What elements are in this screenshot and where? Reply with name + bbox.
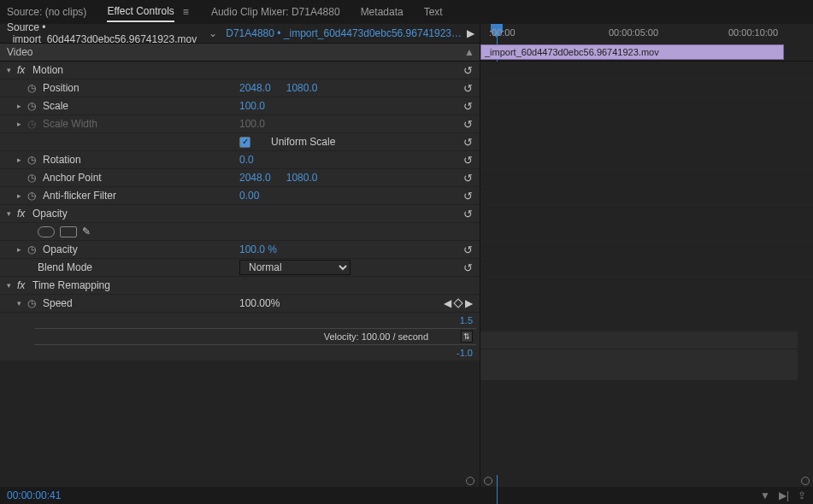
prev-keyframe-icon[interactable]: ◀ xyxy=(444,297,451,309)
uniform-scale-row: ✓ Uniform Scale ↺ xyxy=(0,133,480,151)
twirl-icon[interactable]: ▾ xyxy=(7,281,17,290)
position-y-value[interactable]: 1080.0 xyxy=(286,82,318,94)
twirl-icon[interactable]: ▾ xyxy=(17,299,27,308)
reset-icon[interactable]: ↺ xyxy=(463,64,473,77)
timecode-display[interactable]: 00:00:00:41 xyxy=(7,489,61,501)
fx-badge-icon[interactable]: fx xyxy=(17,208,32,220)
tab-source[interactable]: Source: (no clips) xyxy=(7,3,86,21)
reset-icon[interactable]: ↺ xyxy=(463,190,473,202)
reset-icon[interactable]: ↺ xyxy=(463,154,473,167)
twirl-icon[interactable]: ▾ xyxy=(7,209,17,218)
rotation-label: Rotation xyxy=(43,154,81,166)
scale-width-value: 100.0 xyxy=(239,118,265,130)
tab-metadata[interactable]: Metadata xyxy=(361,3,404,21)
video-section-header[interactable]: Video ▲ xyxy=(0,43,480,62)
motion-label: Motion xyxy=(32,64,63,76)
speed-label: Speed xyxy=(43,297,73,309)
velocity-toggle-icon[interactable]: ⇅ xyxy=(461,331,473,343)
zoom-knob-left-icon[interactable] xyxy=(484,477,492,485)
effect-controls-panel: Source • _import_60d4473d0ebc56.96741923… xyxy=(0,24,480,487)
zoom-knob-right-icon[interactable] xyxy=(801,477,810,485)
filter-icon[interactable]: ▼ xyxy=(760,489,770,501)
rotation-row: ▸ ◷ Rotation 0.0 ↺ xyxy=(0,151,480,169)
tab-effect-controls[interactable]: Effect Controls xyxy=(107,2,174,22)
export-icon[interactable]: ⇪ xyxy=(798,489,806,501)
anchor-y-value[interactable]: 1080.0 xyxy=(286,172,318,184)
speed-row: ▾ ◷ Speed 100.00% ◀ ▶ xyxy=(0,295,480,313)
next-keyframe-icon[interactable]: ▶ xyxy=(465,297,473,309)
ruler-tick: 00:00:05:00 xyxy=(609,27,658,38)
close-icon[interactable]: ⌄ xyxy=(209,27,217,39)
scale-width-label: Scale Width xyxy=(43,118,97,130)
motion-section[interactable]: ▾ fx Motion ↺ xyxy=(0,62,480,79)
tab-text[interactable]: Text xyxy=(424,3,443,21)
source-clip-name: Source • _import_60d4473d0ebc56.96741923… xyxy=(7,21,200,45)
twirl-icon[interactable]: ▸ xyxy=(17,120,27,128)
position-x-value[interactable]: 2048.0 xyxy=(239,82,271,94)
keyframe-area[interactable] xyxy=(480,62,813,475)
velocity-text: Velocity: 100.00 / second xyxy=(324,331,428,342)
panel-tabstrip: Source: (no clips) Effect Controls ≡ Aud… xyxy=(0,0,813,24)
stopwatch-icon[interactable]: ◷ xyxy=(27,100,43,112)
opacity-value[interactable]: 100.0 % xyxy=(239,243,277,255)
scale-row: ▸ ◷ Scale 100.0 ↺ xyxy=(0,97,480,115)
blend-mode-select[interactable]: Normal xyxy=(239,260,351,275)
opacity-section[interactable]: ▾ fx Opacity ↺ xyxy=(0,205,480,223)
pen-mask-icon[interactable]: ✎ xyxy=(82,226,91,237)
stopwatch-icon[interactable]: ◷ xyxy=(27,172,43,184)
twirl-icon[interactable]: ▸ xyxy=(17,245,27,254)
stopwatch-icon[interactable]: ◷ xyxy=(27,243,43,255)
right-hscroll[interactable] xyxy=(480,475,813,487)
reset-icon[interactable]: ↺ xyxy=(463,82,473,95)
panel-menu-icon[interactable]: ≡ xyxy=(181,3,191,21)
ruler-tick: 00:00:10:00 xyxy=(728,27,778,38)
sequence-link[interactable]: D71A4880 xyxy=(226,27,274,39)
source-clip-line: Source • _import_60d4473d0ebc56.96741923… xyxy=(0,24,480,43)
stopwatch-icon[interactable]: ◷ xyxy=(27,190,43,202)
fx-badge-icon[interactable]: fx xyxy=(17,64,32,76)
uniform-scale-checkbox[interactable]: ✓ xyxy=(239,137,250,148)
reset-icon[interactable]: ↺ xyxy=(463,118,473,131)
stopwatch-icon[interactable]: ◷ xyxy=(27,82,43,94)
time-ruler[interactable]: :00:00 00:00:05:00 00:00:10:00 _import_6… xyxy=(480,24,813,62)
stopwatch-icon[interactable]: ◷ xyxy=(27,154,43,166)
left-hscroll[interactable] xyxy=(0,475,480,487)
clip-link[interactable]: _import_60d4473d0ebc56.96741923… xyxy=(284,27,462,39)
scroll-up-icon[interactable]: ▲ xyxy=(464,46,480,58)
reset-icon[interactable]: ↺ xyxy=(463,100,473,113)
twirl-icon[interactable]: ▸ xyxy=(17,191,27,200)
velocity-graph: 1.5 Velocity: 100.00 / second ⇅ -1.0 xyxy=(0,313,480,360)
clip-bar[interactable]: _import_60d4473d0ebc56.96741923.mov xyxy=(480,44,784,60)
opacity-label: Opacity xyxy=(43,243,78,255)
uniform-scale-label: Uniform Scale xyxy=(271,136,335,148)
reset-icon[interactable]: ↺ xyxy=(463,172,473,185)
flicker-label: Anti-flicker Filter xyxy=(43,190,116,202)
speed-value[interactable]: 100.00% xyxy=(239,297,280,309)
twirl-icon[interactable]: ▸ xyxy=(17,155,27,164)
tab-audio-mixer[interactable]: Audio Clip Mixer: D71A4880 xyxy=(211,3,340,21)
reset-icon[interactable]: ↺ xyxy=(463,243,473,256)
reset-icon[interactable]: ↺ xyxy=(463,136,473,149)
zoom-knob-icon[interactable] xyxy=(466,477,474,485)
stopwatch-icon[interactable]: ◷ xyxy=(27,297,43,309)
ellipse-mask-icon[interactable] xyxy=(38,226,55,237)
reset-icon[interactable]: ↺ xyxy=(463,261,473,274)
rotation-value[interactable]: 0.0 xyxy=(239,154,254,166)
play-icon[interactable]: ▶ xyxy=(462,27,480,39)
step-icon[interactable]: ▶| xyxy=(779,489,789,501)
twirl-icon[interactable]: ▾ xyxy=(7,66,17,74)
remap-section[interactable]: ▾ fx Time Remapping xyxy=(0,277,480,295)
scale-label: Scale xyxy=(43,100,68,112)
remap-label: Time Remapping xyxy=(32,279,110,291)
anchor-x-value[interactable]: 2048.0 xyxy=(239,172,271,184)
twirl-icon[interactable]: ▸ xyxy=(17,102,27,110)
video-label: Video xyxy=(7,46,32,58)
blend-row: Blend Mode Normal ↺ xyxy=(0,259,480,277)
add-keyframe-icon[interactable] xyxy=(453,298,462,308)
reset-icon[interactable]: ↺ xyxy=(463,208,473,220)
scale-value[interactable]: 100.0 xyxy=(239,100,265,112)
rect-mask-icon[interactable] xyxy=(60,226,77,237)
fx-badge-icon[interactable]: fx xyxy=(17,279,32,291)
velocity-lower: -1.0 xyxy=(457,348,473,358)
flicker-value[interactable]: 0.00 xyxy=(239,190,259,202)
